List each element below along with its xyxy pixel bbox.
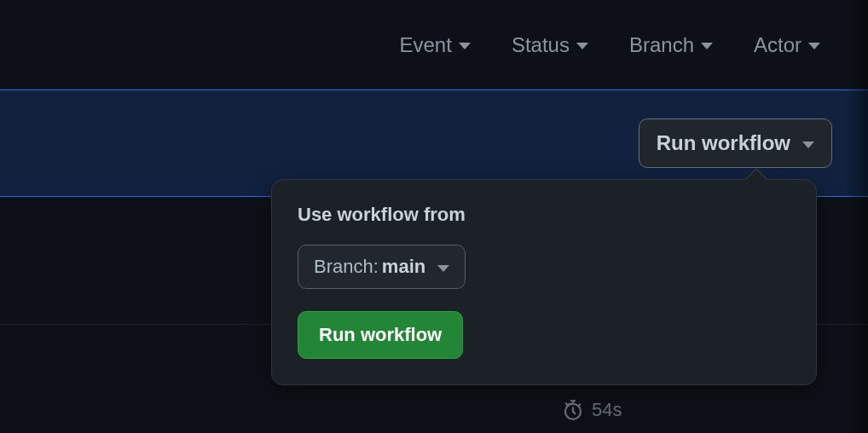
caret-down-icon xyxy=(802,141,814,148)
run-workflow-dropdown-label: Run workflow xyxy=(657,131,790,155)
filter-status[interactable]: Status xyxy=(512,33,588,57)
caret-down-icon xyxy=(459,43,471,49)
filter-event-label: Event xyxy=(400,33,452,57)
branch-selector-button[interactable]: Branch: main xyxy=(298,245,466,289)
filter-status-label: Status xyxy=(512,33,570,57)
caret-down-icon xyxy=(808,43,820,49)
run-workflow-popover: Use workflow from Branch: main Run workf… xyxy=(271,179,817,385)
caret-down-icon xyxy=(437,265,449,272)
caret-down-icon xyxy=(701,43,713,49)
run-workflow-dropdown-button[interactable]: Run workflow xyxy=(639,118,832,168)
filter-actor-label: Actor xyxy=(754,33,801,57)
run-duration-value: 54s xyxy=(592,399,622,421)
run-workflow-submit-button[interactable]: Run workflow xyxy=(298,311,463,359)
filter-event[interactable]: Event xyxy=(400,33,471,57)
filter-actor[interactable]: Actor xyxy=(754,33,820,57)
caret-down-icon xyxy=(576,43,588,49)
filter-bar: Event Status Branch Actor xyxy=(0,0,868,90)
run-duration: 54s xyxy=(563,399,622,421)
branch-selector-value: main xyxy=(382,256,425,278)
stopwatch-icon xyxy=(563,400,583,420)
branch-selector-prefix: Branch: xyxy=(314,256,379,278)
filter-branch[interactable]: Branch xyxy=(629,33,713,57)
filter-branch-label: Branch xyxy=(629,33,694,57)
popover-title: Use workflow from xyxy=(298,204,790,226)
